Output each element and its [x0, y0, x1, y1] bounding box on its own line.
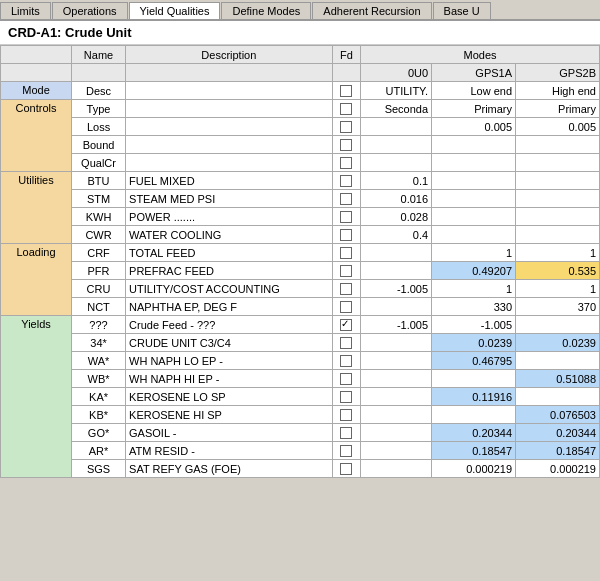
val-gps2b: 1 — [516, 280, 600, 298]
title-bar: CRD-A1: Crude Unit — [0, 21, 600, 45]
header-modes: Modes — [361, 46, 600, 64]
val-gps2b — [516, 316, 600, 334]
name-cell: CRF — [72, 244, 126, 262]
val-gps2b: Primary — [516, 100, 600, 118]
val-gps1a: 0.000219 — [432, 460, 516, 478]
fd-checkbox[interactable] — [340, 355, 352, 367]
fd-checkbox[interactable] — [340, 193, 352, 205]
table-row: WA*WH NAPH LO EP -0.46795 — [1, 352, 600, 370]
fd-cell[interactable] — [332, 208, 360, 226]
fd-cell[interactable] — [332, 424, 360, 442]
tab-define-modes[interactable]: Define Modes — [221, 2, 311, 19]
fd-cell[interactable] — [332, 370, 360, 388]
val-gps1a: 1 — [432, 244, 516, 262]
fd-checkbox[interactable] — [340, 301, 352, 313]
category-cell: Utilities — [1, 172, 72, 244]
desc-cell: WH NAPH LO EP - — [126, 352, 333, 370]
fd-checkbox[interactable] — [340, 175, 352, 187]
fd-cell[interactable] — [332, 262, 360, 280]
fd-checkbox[interactable] — [340, 319, 352, 331]
val-gps1a: 0.49207 — [432, 262, 516, 280]
fd-cell[interactable] — [332, 460, 360, 478]
desc-cell: PREFRAC FEED — [126, 262, 333, 280]
desc-cell: UTILITY/COST ACCOUNTING — [126, 280, 333, 298]
tab-base-u[interactable]: Base U — [433, 2, 491, 19]
table-row: QualCr — [1, 154, 600, 172]
fd-checkbox[interactable] — [340, 373, 352, 385]
fd-cell[interactable] — [332, 172, 360, 190]
desc-cell: POWER ....... — [126, 208, 333, 226]
val-0u0 — [361, 370, 432, 388]
val-gps1a — [432, 154, 516, 172]
fd-checkbox[interactable] — [340, 409, 352, 421]
val-0u0 — [361, 298, 432, 316]
fd-checkbox[interactable] — [340, 211, 352, 223]
fd-cell[interactable] — [332, 226, 360, 244]
tab-adherent-recursion[interactable]: Adherent Recursion — [312, 2, 431, 19]
name-cell: CWR — [72, 226, 126, 244]
category-cell: Mode — [1, 82, 72, 100]
header-gps2b: GPS2B — [516, 64, 600, 82]
fd-cell[interactable] — [332, 244, 360, 262]
val-gps1a: -1.005 — [432, 316, 516, 334]
fd-cell[interactable] — [332, 298, 360, 316]
fd-cell[interactable] — [332, 118, 360, 136]
desc-cell: GASOIL - — [126, 424, 333, 442]
fd-cell[interactable] — [332, 100, 360, 118]
fd-cell[interactable] — [332, 388, 360, 406]
name-cell: Desc — [72, 82, 126, 100]
fd-checkbox[interactable] — [340, 85, 352, 97]
desc-cell: Crude Feed - ??? — [126, 316, 333, 334]
fd-cell[interactable] — [332, 316, 360, 334]
fd-checkbox[interactable] — [340, 157, 352, 169]
val-0u0: 0.1 — [361, 172, 432, 190]
fd-cell[interactable] — [332, 406, 360, 424]
val-gps1a — [432, 406, 516, 424]
val-gps1a — [432, 370, 516, 388]
name-cell: NCT — [72, 298, 126, 316]
fd-checkbox[interactable] — [340, 229, 352, 241]
val-gps2b: 0.076503 — [516, 406, 600, 424]
header-fd2 — [332, 64, 360, 82]
val-gps1a — [432, 172, 516, 190]
fd-cell[interactable] — [332, 136, 360, 154]
fd-cell[interactable] — [332, 190, 360, 208]
fd-cell[interactable] — [332, 334, 360, 352]
fd-cell[interactable] — [332, 154, 360, 172]
fd-cell[interactable] — [332, 82, 360, 100]
tab-limits[interactable]: Limits — [0, 2, 51, 19]
fd-cell[interactable] — [332, 442, 360, 460]
fd-checkbox[interactable] — [340, 139, 352, 151]
desc-cell: WATER COOLING — [126, 226, 333, 244]
fd-checkbox[interactable] — [340, 283, 352, 295]
header-cat — [1, 46, 72, 64]
name-cell: Bound — [72, 136, 126, 154]
fd-checkbox[interactable] — [340, 121, 352, 133]
fd-checkbox[interactable] — [340, 463, 352, 475]
tab-yield-qualities[interactable]: Yield Qualities — [129, 2, 221, 19]
val-0u0: 0.4 — [361, 226, 432, 244]
table-row: KB*KEROSENE HI SP0.076503 — [1, 406, 600, 424]
val-0u0: 0.028 — [361, 208, 432, 226]
fd-checkbox[interactable] — [340, 445, 352, 457]
val-0u0 — [361, 352, 432, 370]
fd-cell[interactable] — [332, 280, 360, 298]
fd-checkbox[interactable] — [340, 247, 352, 259]
val-gps2b: 0.535 — [516, 262, 600, 280]
desc-cell: STEAM MED PSI — [126, 190, 333, 208]
fd-checkbox[interactable] — [340, 265, 352, 277]
fd-checkbox[interactable] — [340, 103, 352, 115]
page-title: CRD-A1: Crude Unit — [8, 25, 132, 40]
table-row: UtilitiesBTUFUEL MIXED0.1 — [1, 172, 600, 190]
tab-operations[interactable]: Operations — [52, 2, 128, 19]
val-gps2b: 0.51088 — [516, 370, 600, 388]
fd-checkbox[interactable] — [340, 391, 352, 403]
table-row: CWRWATER COOLING0.4 — [1, 226, 600, 244]
val-0u0 — [361, 154, 432, 172]
fd-checkbox[interactable] — [340, 427, 352, 439]
fd-cell[interactable] — [332, 352, 360, 370]
fd-checkbox[interactable] — [340, 337, 352, 349]
val-0u0 — [361, 118, 432, 136]
name-cell: GO* — [72, 424, 126, 442]
val-gps1a — [432, 136, 516, 154]
